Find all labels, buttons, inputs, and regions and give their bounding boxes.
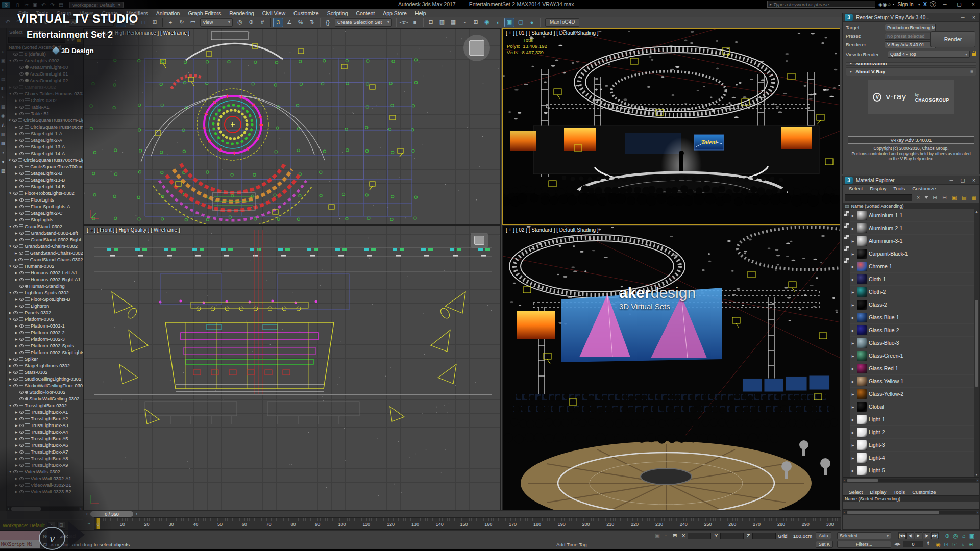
explorer-hscrollbar[interactable]: ‹›	[7, 506, 83, 511]
hierarchy-icon[interactable]: ⊞	[57, 522, 65, 529]
scene-row[interactable]: ▼Platform-0302	[7, 316, 83, 322]
expander-icon[interactable]: ▶	[14, 132, 18, 135]
minimize-icon[interactable]: ─	[957, 15, 968, 20]
material-menu-select[interactable]: Select	[849, 186, 863, 191]
render-production-icon[interactable]: ●	[527, 18, 537, 27]
expander-icon[interactable]: ▶	[851, 290, 855, 294]
expander-icon[interactable]: ▶	[14, 423, 18, 427]
material-row[interactable]: ▶Glass-Yellow-2	[850, 388, 974, 400]
visibility-eye-icon[interactable]	[19, 331, 24, 334]
expander-icon[interactable]: ▶	[14, 218, 18, 221]
material-bottom-menu-customize[interactable]: Customize	[912, 489, 936, 495]
scene-row[interactable]: ▼Floor-RobotLights-0302	[7, 190, 83, 196]
reference-coordinate-dropdown[interactable]: View▾	[200, 18, 233, 27]
visibility-eye-icon[interactable]	[18, 258, 23, 261]
scene-row[interactable]: ▶Chairs-0302	[7, 97, 83, 104]
viewport-02-label[interactable]: [ + ] [ 02 ] [ Standard ] [ Default Shad…	[506, 227, 599, 233]
expander-icon[interactable]: ▶	[14, 278, 18, 281]
select-and-rotate-icon[interactable]: ↻	[177, 18, 187, 27]
visibility-eye-icon[interactable]	[13, 86, 18, 89]
expander-icon[interactable]: ▶	[14, 185, 18, 188]
zoom-all-icon[interactable]: ◎	[951, 533, 960, 540]
expander-icon[interactable]: ▶	[14, 231, 18, 235]
material-thumbnail[interactable]	[857, 262, 867, 271]
visibility-eye-icon[interactable]	[19, 338, 24, 341]
material-thumbnail[interactable]	[857, 453, 867, 463]
menu-help[interactable]: Help	[411, 10, 430, 16]
visibility-eye-icon[interactable]	[19, 238, 24, 241]
material-row[interactable]: ▶Chrome-1	[850, 260, 974, 273]
go-to-end-button[interactable]: ▶▶|	[931, 532, 939, 539]
expander-icon[interactable]: ▶	[8, 377, 12, 381]
show-unused-icon[interactable]: ▤	[961, 195, 968, 201]
scene-row[interactable]: ▶StageLight-13-B	[7, 177, 83, 183]
explorer-menu-display[interactable]: Display	[29, 29, 44, 35]
visibility-eye-icon[interactable]	[19, 450, 24, 454]
scene-row[interactable]: ▶StudioCeilingLighting-0302	[7, 375, 83, 382]
visibility-eye-icon[interactable]	[19, 490, 24, 493]
close-button[interactable]: ×	[968, 2, 979, 7]
visibility-eye-icon[interactable]	[19, 285, 24, 288]
explorer-toolbar-icon-10[interactable]: ▥	[1, 132, 6, 137]
expander-icon[interactable]: ▶	[851, 265, 855, 268]
scene-row[interactable]: ▼TrussLightBox-0302	[7, 402, 83, 409]
scene-row[interactable]: 0 (default)	[7, 51, 83, 57]
visibility-eye-icon[interactable]	[19, 205, 24, 208]
select-and-manipulate-icon[interactable]: ⊕	[246, 18, 256, 27]
visibility-eye-icon[interactable]	[19, 324, 24, 328]
visibility-eye-icon[interactable]	[13, 192, 18, 195]
mini-curve-editor-button[interactable]: ~	[83, 517, 94, 530]
schematic-view-icon[interactable]: ⊞	[471, 18, 481, 27]
visibility-eye-icon[interactable]	[12, 119, 17, 122]
material-bottom-menu-display[interactable]: Display	[870, 489, 886, 495]
material-thumbnail[interactable]	[857, 466, 867, 475]
expander-icon[interactable]: ▶	[14, 443, 18, 447]
scene-row[interactable]: ▼LightIron-Spots-0302	[7, 289, 83, 296]
scene-row[interactable]: ▶Platform-0302-1	[7, 322, 83, 329]
scene-row[interactable]: ▶Floor-SpotLights-A	[7, 203, 83, 210]
explorer-toolbar-icon-9[interactable]: ◭	[2, 123, 5, 128]
expander-icon[interactable]: ▶	[851, 278, 855, 281]
expander-icon[interactable]: ▼	[8, 92, 12, 95]
scene-row[interactable]: ▶StageLight-14-B	[7, 183, 83, 190]
material-row[interactable]: ▶Glass-Blue-2	[850, 324, 974, 337]
scene-row[interactable]: ▶FloorLights	[7, 196, 83, 203]
scene-row[interactable]: ▶CircleSquareTruss700cm-B	[7, 163, 83, 170]
expander-icon[interactable]: ▶	[14, 125, 18, 129]
viewcube[interactable]	[471, 233, 488, 248]
visibility-eye-icon[interactable]	[19, 252, 23, 255]
visibility-eye-icon[interactable]	[19, 139, 24, 142]
scene-row[interactable]: ▶TrussLightBox-A8	[7, 455, 83, 462]
material-row[interactable]: ▶Aluminium-1-1	[850, 209, 974, 222]
expander-icon[interactable]: ▶	[14, 258, 17, 261]
expander-icon[interactable]: ▼	[8, 225, 12, 228]
scene-row[interactable]: ▼Chairs-Tables-Humans-0302	[7, 90, 83, 97]
expander-icon[interactable]: ▶	[14, 350, 18, 354]
visibility-eye-icon[interactable]	[19, 351, 24, 354]
scene-row[interactable]: ▶Floor-SpotLights-B	[7, 296, 83, 303]
expander-icon[interactable]: ▶	[14, 457, 18, 460]
expander-icon[interactable]: ▶	[14, 198, 18, 202]
scene-row[interactable]: AreaOmniLight-00	[7, 64, 83, 70]
visibility-eye-icon[interactable]	[19, 79, 24, 82]
clear-search-icon[interactable]: ×	[915, 195, 922, 201]
visibility-eye-icon[interactable]	[19, 152, 24, 155]
select-and-link-icon[interactable]: ∞	[30, 18, 40, 27]
auto-key-button[interactable]: Auto	[816, 532, 831, 539]
expander-icon[interactable]: ▶	[14, 211, 18, 215]
scene-row[interactable]: ▶CircleSquareTruss400cm-A	[7, 123, 83, 130]
scene-row[interactable]: ▼AreaLights-0302	[7, 57, 83, 64]
explorer-toolbar-icon-4[interactable]: ▤	[1, 77, 6, 82]
menu-views[interactable]: Views	[76, 10, 98, 16]
material-row[interactable]: ▶Glass-Blue-3	[850, 337, 974, 349]
scene-row[interactable]: ▶TrussLightBox-A3	[7, 422, 83, 429]
render-button[interactable]: Render	[930, 31, 975, 47]
frame-back-icon[interactable]: ‹	[84, 512, 89, 516]
visibility-eye-icon[interactable]	[19, 179, 24, 182]
scene-row[interactable]: ▶Stars-0302	[7, 369, 83, 375]
renderer-dropdown[interactable]: V-Ray Adv 3.40.01▾	[885, 41, 936, 48]
expander-icon[interactable]: ▶	[14, 337, 18, 341]
explorer-sort-header[interactable]: Name (Sorted Ascending)	[7, 44, 83, 51]
visibility-eye-icon[interactable]	[19, 411, 24, 414]
visibility-eye-icon[interactable]	[19, 417, 24, 420]
